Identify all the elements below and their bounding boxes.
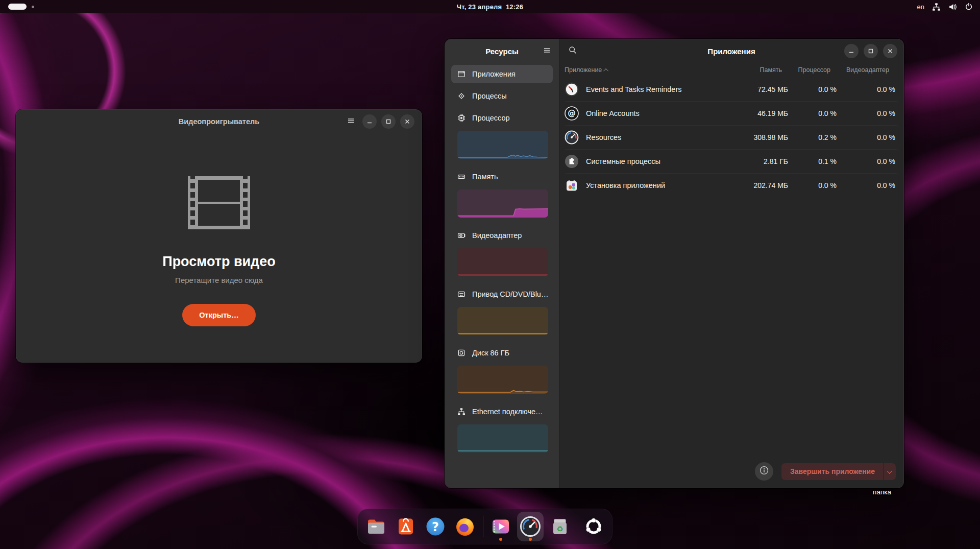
column-memory[interactable]: Память: [721, 66, 782, 74]
resources-gauge-icon: [519, 515, 542, 538]
system-status-area[interactable]: en: [917, 0, 973, 13]
search-icon: [569, 46, 577, 56]
dock: ? ♻: [357, 509, 612, 544]
app-name: Resources: [586, 133, 727, 141]
app-cpu: 0.1 %: [788, 157, 837, 165]
sidebar-item-processes[interactable]: Процессы: [451, 87, 553, 105]
disk-graph: [457, 366, 548, 394]
dock-separator: [483, 516, 483, 537]
svg-text:@: @: [568, 109, 576, 118]
column-application[interactable]: Приложение: [565, 66, 721, 74]
window-title: Видеопроигрыватель: [179, 117, 259, 126]
gpu-graph: [457, 248, 548, 276]
svg-text:♻: ♻: [556, 524, 563, 534]
primary-menu-button[interactable]: [540, 44, 554, 58]
volume-icon: [948, 3, 957, 11]
cpu-graph: [457, 131, 548, 159]
hamburger-icon: [543, 46, 551, 56]
app-center-icon: [395, 515, 417, 538]
app-memory: 46.19 МБ: [727, 109, 788, 117]
optical-drive-icon: [457, 290, 465, 298]
sidebar-item-gpu[interactable]: Видеоадаптер: [451, 226, 553, 245]
applications-icon: [457, 70, 465, 78]
search-button[interactable]: [566, 44, 580, 58]
minimize-button[interactable]: [362, 114, 377, 129]
column-cpu[interactable]: Процессор: [782, 66, 830, 74]
hamburger-icon: [347, 117, 355, 127]
files-icon: [365, 515, 387, 538]
table-row[interactable]: Events and Tasks Reminders 72.45 МБ 0.0 …: [564, 77, 899, 101]
table-row[interactable]: Resources 308.98 МБ 0.2 % 0.0 %: [564, 125, 899, 149]
dock-item-trash[interactable]: ♻: [547, 512, 573, 541]
sidebar-item-drive[interactable]: Привод CD/DVD/Blu…: [451, 285, 553, 303]
info-icon: [760, 466, 769, 477]
video-player-titlebar[interactable]: Видеопроигрыватель: [16, 110, 422, 133]
app-memory: 72.45 МБ: [727, 85, 788, 93]
app-name: Установка приложений: [586, 181, 727, 189]
sort-ascending-icon: [603, 68, 608, 73]
app-name: Online Accounts: [586, 109, 727, 117]
gpu-icon: [457, 231, 465, 240]
maximize-button[interactable]: [864, 44, 878, 58]
dock-item-help[interactable]: ?: [422, 512, 449, 541]
end-application-split-button[interactable]: Завершить приложение: [781, 463, 896, 480]
drive-graph: [457, 307, 548, 335]
table-header: Приложение Память Процессор Видеоадаптер: [559, 63, 903, 77]
applications-table: Events and Tasks Reminders 72.45 МБ 0.0 …: [559, 77, 903, 197]
system-processes-icon: [565, 154, 579, 169]
top-bar: Чт, 23 апреля 12:26 en: [0, 0, 980, 13]
ethernet-icon: [457, 408, 465, 416]
page-title: Приложения: [707, 47, 755, 56]
app-cpu: 0.2 %: [788, 133, 837, 141]
minimize-button[interactable]: [844, 44, 859, 58]
help-icon: ?: [424, 515, 447, 538]
clock[interactable]: Чт, 23 апреля 12:26: [0, 3, 980, 11]
close-button[interactable]: [883, 44, 897, 58]
dock-item-video-player[interactable]: [488, 512, 514, 541]
sidebar-item-applications[interactable]: Приложения: [451, 65, 553, 83]
resources-sidebar: Ресурсы Приложения Процессы Процессор: [445, 39, 559, 488]
clock-app-icon: [565, 82, 579, 97]
app-cpu: 0.0 %: [788, 181, 837, 189]
trash-icon: ♻: [549, 515, 571, 538]
close-button[interactable]: [400, 114, 414, 129]
menu-button[interactable]: [344, 114, 358, 129]
information-button[interactable]: [755, 462, 773, 481]
table-row[interactable]: @ Online Accounts 46.19 МБ 0.0 % 0.0 %: [564, 101, 899, 125]
app-cpu: 0.0 %: [788, 85, 837, 93]
network-icon: [932, 3, 941, 11]
app-gpu: 0.0 %: [837, 181, 895, 189]
dock-item-app-center[interactable]: [393, 512, 419, 541]
dock-item-firefox[interactable]: [452, 512, 478, 541]
end-application-options-button[interactable]: [884, 463, 896, 480]
cpu-icon: [457, 114, 465, 122]
app-gpu: 0.0 %: [837, 109, 895, 117]
film-strip-icon: [188, 176, 250, 231]
app-title: Ресурсы: [485, 47, 519, 56]
sidebar-item-memory[interactable]: Память: [451, 168, 553, 186]
app-memory: 202.74 МБ: [727, 181, 788, 189]
sidebar-titlebar[interactable]: Ресурсы: [445, 39, 559, 63]
video-player-window: Видеопроигрыватель Просмотр видео Перета…: [16, 109, 422, 363]
keyboard-layout-indicator[interactable]: en: [917, 3, 924, 11]
open-video-button[interactable]: Открыть…: [182, 304, 256, 326]
dock-item-ubuntu-desktop[interactable]: [580, 512, 607, 541]
sidebar-item-ethernet[interactable]: Ethernet подключе…: [451, 402, 553, 421]
app-cpu: 0.0 %: [788, 109, 837, 117]
table-row[interactable]: Системные процессы 2.81 ГБ 0.1 % 0.0 %: [564, 149, 899, 173]
sidebar-item-cpu[interactable]: Процессор: [451, 109, 553, 127]
power-icon: [965, 3, 973, 11]
maximize-button[interactable]: [381, 114, 396, 129]
resources-main-pane: Приложения Приложение Память Процессор В…: [559, 39, 903, 488]
desktop-icon-label[interactable]: папка: [851, 488, 913, 496]
sidebar-item-disk[interactable]: Диск 86 ГБ: [451, 344, 553, 362]
table-row[interactable]: Установка приложений 202.74 МБ 0.0 % 0.0…: [564, 173, 899, 197]
dock-item-resources[interactable]: [517, 512, 544, 541]
empty-state-subtitle: Перетащите видео сюда: [175, 276, 263, 284]
column-gpu[interactable]: Видеоадаптер: [830, 66, 889, 74]
app-gpu: 0.0 %: [837, 85, 895, 93]
main-titlebar[interactable]: Приложения: [559, 39, 903, 63]
end-application-button[interactable]: Завершить приложение: [781, 463, 884, 480]
app-gpu: 0.0 %: [837, 133, 895, 141]
dock-item-files[interactable]: [363, 512, 389, 541]
